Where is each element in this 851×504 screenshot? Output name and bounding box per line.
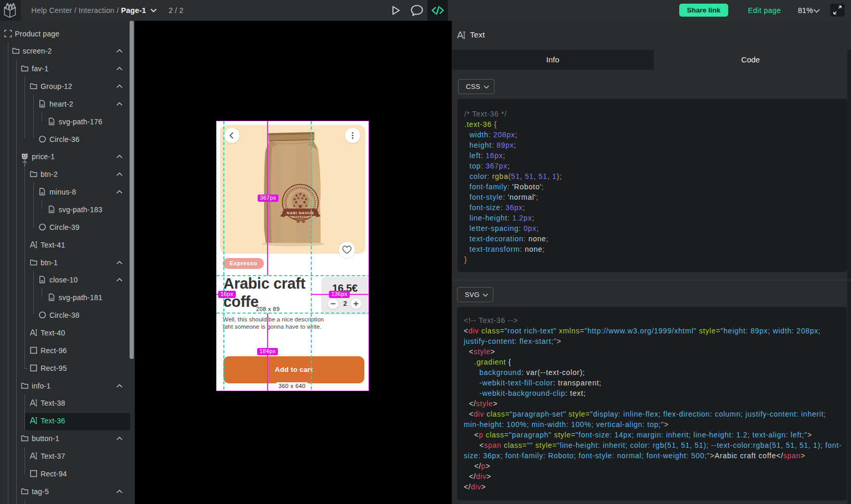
svg-text:NABI NAHUB: NABI NAHUB (286, 210, 314, 215)
